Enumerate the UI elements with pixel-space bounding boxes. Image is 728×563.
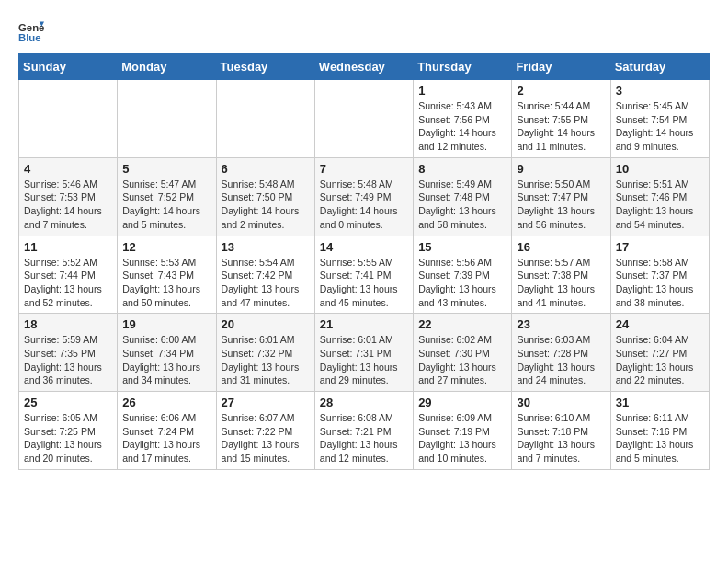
weekday-header-wednesday: Wednesday <box>314 54 413 80</box>
calendar-cell: 29Sunrise: 6:09 AM Sunset: 7:19 PM Dayli… <box>414 392 512 470</box>
day-detail: Sunrise: 5:54 AM Sunset: 7:42 PM Dayligh… <box>222 256 310 310</box>
calendar-cell: 8Sunrise: 5:49 AM Sunset: 7:48 PM Daylig… <box>414 157 512 236</box>
calendar-cell: 5Sunrise: 5:47 AM Sunset: 7:52 PM Daylig… <box>118 157 216 236</box>
day-number: 21 <box>320 317 408 331</box>
day-detail: Sunrise: 6:07 AM Sunset: 7:22 PM Dayligh… <box>222 411 310 465</box>
weekday-header-tuesday: Tuesday <box>216 54 314 80</box>
day-detail: Sunrise: 6:02 AM Sunset: 7:30 PM Dayligh… <box>418 333 506 387</box>
day-number: 12 <box>122 240 210 254</box>
calendar-cell: 10Sunrise: 5:51 AM Sunset: 7:46 PM Dayli… <box>610 157 709 236</box>
calendar-table: SundayMondayTuesdayWednesdayThursdayFrid… <box>18 53 710 470</box>
calendar-cell: 25Sunrise: 6:05 AM Sunset: 7:25 PM Dayli… <box>19 392 118 470</box>
calendar-cell: 7Sunrise: 5:48 AM Sunset: 7:49 PM Daylig… <box>314 157 413 236</box>
day-number: 13 <box>222 240 310 254</box>
day-number: 24 <box>616 317 704 331</box>
day-number: 14 <box>320 240 408 254</box>
day-detail: Sunrise: 5:43 AM Sunset: 7:56 PM Dayligh… <box>418 99 506 154</box>
day-number: 23 <box>517 317 605 331</box>
day-number: 9 <box>517 162 605 176</box>
calendar-cell: 27Sunrise: 6:07 AM Sunset: 7:22 PM Dayli… <box>216 392 314 470</box>
day-number: 8 <box>418 162 506 176</box>
day-detail: Sunrise: 5:59 AM Sunset: 7:35 PM Dayligh… <box>24 333 112 387</box>
day-detail: Sunrise: 5:49 AM Sunset: 7:48 PM Dayligh… <box>418 178 506 232</box>
day-detail: Sunrise: 5:48 AM Sunset: 7:50 PM Dayligh… <box>222 178 310 232</box>
calendar-week-2: 4Sunrise: 5:46 AM Sunset: 7:53 PM Daylig… <box>19 157 710 236</box>
day-detail: Sunrise: 5:55 AM Sunset: 7:41 PM Dayligh… <box>320 256 408 310</box>
calendar-cell: 18Sunrise: 5:59 AM Sunset: 7:35 PM Dayli… <box>19 314 118 392</box>
day-number: 16 <box>517 240 605 254</box>
day-detail: Sunrise: 5:47 AM Sunset: 7:52 PM Dayligh… <box>122 178 210 232</box>
day-number: 15 <box>418 240 506 254</box>
calendar-cell: 12Sunrise: 5:53 AM Sunset: 7:43 PM Dayli… <box>118 236 216 314</box>
day-number: 4 <box>24 162 112 176</box>
day-detail: Sunrise: 5:58 AM Sunset: 7:37 PM Dayligh… <box>616 256 704 310</box>
day-number: 31 <box>616 396 704 409</box>
day-number: 7 <box>320 162 408 176</box>
day-detail: Sunrise: 6:10 AM Sunset: 7:18 PM Dayligh… <box>517 411 605 465</box>
day-number: 6 <box>222 162 310 176</box>
day-detail: Sunrise: 6:11 AM Sunset: 7:16 PM Dayligh… <box>616 411 704 465</box>
calendar-cell: 2Sunrise: 5:44 AM Sunset: 7:55 PM Daylig… <box>512 80 610 158</box>
day-detail: Sunrise: 6:00 AM Sunset: 7:34 PM Dayligh… <box>122 333 210 387</box>
calendar-cell: 21Sunrise: 6:01 AM Sunset: 7:31 PM Dayli… <box>314 314 413 392</box>
page-header: General Blue <box>18 18 710 44</box>
day-number: 29 <box>418 396 506 409</box>
day-number: 17 <box>616 240 704 254</box>
calendar-cell: 28Sunrise: 6:08 AM Sunset: 7:21 PM Dayli… <box>314 392 413 470</box>
day-detail: Sunrise: 5:46 AM Sunset: 7:53 PM Dayligh… <box>24 178 112 232</box>
day-number: 10 <box>616 162 704 176</box>
day-detail: Sunrise: 6:08 AM Sunset: 7:21 PM Dayligh… <box>320 411 408 465</box>
calendar-cell: 15Sunrise: 5:56 AM Sunset: 7:39 PM Dayli… <box>414 236 512 314</box>
weekday-header-thursday: Thursday <box>414 54 512 80</box>
day-detail: Sunrise: 5:53 AM Sunset: 7:43 PM Dayligh… <box>122 256 210 310</box>
day-detail: Sunrise: 5:56 AM Sunset: 7:39 PM Dayligh… <box>418 256 506 310</box>
day-number: 1 <box>418 84 506 98</box>
calendar-cell <box>216 80 314 158</box>
day-number: 22 <box>418 317 506 331</box>
calendar-cell: 30Sunrise: 6:10 AM Sunset: 7:18 PM Dayli… <box>512 392 610 470</box>
day-number: 11 <box>24 240 112 254</box>
day-detail: Sunrise: 5:51 AM Sunset: 7:46 PM Dayligh… <box>616 178 704 232</box>
calendar-cell: 3Sunrise: 5:45 AM Sunset: 7:54 PM Daylig… <box>610 80 709 158</box>
calendar-cell: 11Sunrise: 5:52 AM Sunset: 7:44 PM Dayli… <box>19 236 118 314</box>
calendar-cell: 26Sunrise: 6:06 AM Sunset: 7:24 PM Dayli… <box>118 392 216 470</box>
calendar-week-3: 11Sunrise: 5:52 AM Sunset: 7:44 PM Dayli… <box>19 236 710 314</box>
day-number: 25 <box>24 396 112 409</box>
calendar-cell <box>118 80 216 158</box>
calendar-cell: 19Sunrise: 6:00 AM Sunset: 7:34 PM Dayli… <box>118 314 216 392</box>
day-detail: Sunrise: 6:06 AM Sunset: 7:24 PM Dayligh… <box>122 411 210 465</box>
calendar-cell: 4Sunrise: 5:46 AM Sunset: 7:53 PM Daylig… <box>19 157 118 236</box>
weekday-header-sunday: Sunday <box>19 54 118 80</box>
calendar-cell: 16Sunrise: 5:57 AM Sunset: 7:38 PM Dayli… <box>512 236 610 314</box>
calendar-cell: 13Sunrise: 5:54 AM Sunset: 7:42 PM Dayli… <box>216 236 314 314</box>
day-number: 18 <box>24 317 112 331</box>
day-number: 27 <box>222 396 310 409</box>
day-number: 28 <box>320 396 408 409</box>
day-detail: Sunrise: 5:57 AM Sunset: 7:38 PM Dayligh… <box>517 256 605 310</box>
calendar-week-1: 1Sunrise: 5:43 AM Sunset: 7:56 PM Daylig… <box>19 80 710 158</box>
calendar-cell: 20Sunrise: 6:01 AM Sunset: 7:32 PM Dayli… <box>216 314 314 392</box>
calendar-cell: 6Sunrise: 5:48 AM Sunset: 7:50 PM Daylig… <box>216 157 314 236</box>
calendar-cell: 31Sunrise: 6:11 AM Sunset: 7:16 PM Dayli… <box>610 392 709 470</box>
calendar-header: SundayMondayTuesdayWednesdayThursdayFrid… <box>19 54 710 80</box>
weekday-header-saturday: Saturday <box>610 54 709 80</box>
day-detail: Sunrise: 5:50 AM Sunset: 7:47 PM Dayligh… <box>517 178 605 232</box>
day-number: 2 <box>517 84 605 98</box>
day-detail: Sunrise: 6:05 AM Sunset: 7:25 PM Dayligh… <box>24 411 112 465</box>
calendar-cell: 1Sunrise: 5:43 AM Sunset: 7:56 PM Daylig… <box>414 80 512 158</box>
day-detail: Sunrise: 5:52 AM Sunset: 7:44 PM Dayligh… <box>24 256 112 310</box>
day-detail: Sunrise: 5:48 AM Sunset: 7:49 PM Dayligh… <box>320 178 408 232</box>
calendar-cell: 22Sunrise: 6:02 AM Sunset: 7:30 PM Dayli… <box>414 314 512 392</box>
calendar-cell: 23Sunrise: 6:03 AM Sunset: 7:28 PM Dayli… <box>512 314 610 392</box>
weekday-header-monday: Monday <box>118 54 216 80</box>
calendar-week-4: 18Sunrise: 5:59 AM Sunset: 7:35 PM Dayli… <box>19 314 710 392</box>
day-number: 19 <box>122 317 210 331</box>
day-number: 26 <box>122 396 210 409</box>
day-detail: Sunrise: 6:04 AM Sunset: 7:27 PM Dayligh… <box>616 333 704 387</box>
day-number: 20 <box>222 317 310 331</box>
calendar-cell: 24Sunrise: 6:04 AM Sunset: 7:27 PM Dayli… <box>610 314 709 392</box>
day-detail: Sunrise: 5:45 AM Sunset: 7:54 PM Dayligh… <box>616 99 704 154</box>
svg-text:Blue: Blue <box>18 32 41 43</box>
day-detail: Sunrise: 6:01 AM Sunset: 7:32 PM Dayligh… <box>222 333 310 387</box>
calendar-cell: 14Sunrise: 5:55 AM Sunset: 7:41 PM Dayli… <box>314 236 413 314</box>
